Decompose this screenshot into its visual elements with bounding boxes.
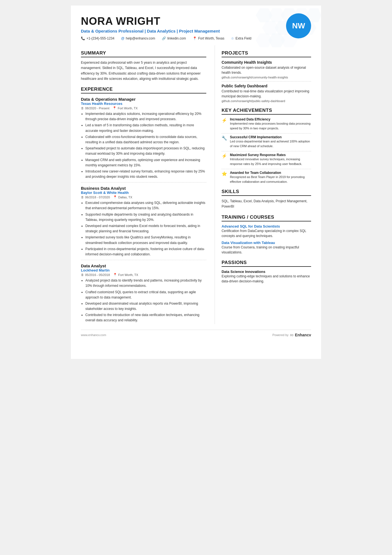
achievement-4-content: Awarded for Team Collaboration Recognize…	[230, 171, 311, 184]
achievement-1-title: Increased Data Efficiency	[230, 117, 311, 121]
main-layout: SUMMARY Experienced data professional wi…	[81, 45, 311, 324]
training-section: TRAINING / COURSES Advanced SQL for Data…	[222, 214, 311, 255]
passions-section: PASSIONS Data Science Innovations Explor…	[222, 260, 311, 284]
exp-divider-2	[81, 260, 206, 260]
achievement-4-desc: Recognized as Best Team Player in 2019 f…	[230, 175, 311, 184]
avatar-initials: NW	[292, 21, 305, 30]
job-3-date: 🗓 05/2016 - 05/2018	[81, 273, 110, 277]
job-2-meta: 🗓 06/2018 - 07/2020 📍 Dallas, TX	[81, 195, 206, 199]
achievement-1-content: Increased Data Efficiency Implemented ne…	[230, 117, 311, 130]
project-2-title: Public Safety Dashboard	[222, 84, 311, 88]
achievement-3-content: Maximized Survey Response Rates Introduc…	[230, 153, 311, 166]
footer-website: www.enhancv.com	[81, 333, 106, 337]
job-3-company: Lockheed Martin	[81, 268, 206, 272]
job-3-bullets: Analyzed project data to identify trends…	[81, 278, 206, 323]
job-2-date: 🗓 06/2018 - 07/2020	[81, 196, 110, 199]
project-2-desc: Contributed to real-time data visualizat…	[222, 89, 311, 99]
project-divider-1	[222, 81, 311, 82]
achievement-2-icon: 🔧	[222, 135, 227, 141]
projects-section-title: PROJECTS	[222, 50, 311, 57]
bullet-item: Executed comprehensive data analyses usi…	[85, 200, 206, 211]
linkedin-contact: 🔗 linkedin.com	[162, 36, 186, 40]
job-2-location: 📍 Dallas, TX	[113, 195, 132, 199]
achievement-4: ⭐ Awarded for Team Collaboration Recogni…	[222, 171, 311, 184]
achievement-2-desc: Led cross-departmental team and achieved…	[230, 139, 311, 148]
job-2-bullets: Executed comprehensive data analyses usi…	[81, 200, 206, 257]
bullet-item: Participated in cross-departmental proje…	[85, 246, 206, 257]
job-1: Data & Operations Manager Texas Health R…	[81, 97, 206, 179]
calendar-icon-3: 🗓	[81, 273, 84, 277]
footer-powered-by: Powered by ∞ Enhancv	[272, 332, 311, 338]
summary-text: Experienced data professional with over …	[81, 60, 206, 82]
experience-section: EXPERIENCE Data & Operations Manager Tex…	[81, 87, 206, 323]
bullet-item: Collaborated with cross-functional depar…	[85, 134, 206, 145]
linkedin-value: linkedin.com	[167, 36, 186, 40]
training-2-title: Data Visualization with Tableau	[222, 241, 311, 245]
job-3-location: 📍 Fort Worth, TX	[113, 273, 138, 277]
contact-info: 📞 +1-(234)-555-1234 @ help@enhancv.com 🔗…	[81, 36, 311, 40]
summary-section-title: SUMMARY	[81, 50, 206, 57]
job-2-company: Baylor Scott & White Health	[81, 191, 206, 195]
job-1-location: 📍 Fort Worth, TX	[113, 106, 138, 110]
summary-section: SUMMARY Experienced data professional wi…	[81, 50, 206, 82]
achievement-3-desc: Introduced innovative survey techniques,…	[230, 157, 311, 166]
left-column: SUMMARY Experienced data professional wi…	[81, 45, 206, 324]
bullet-item: Developed and disseminated visual analyt…	[85, 301, 206, 312]
extra-field-contact: ☆ Extra Field	[231, 36, 251, 40]
job-2-title: Business Data Analyst	[81, 186, 206, 191]
achievement-divider-3	[222, 169, 311, 169]
candidate-title: Data & Operations Professional | Data An…	[81, 28, 311, 34]
project-1-title: Community Health Insights	[222, 60, 311, 65]
footer-logo: Enhancv	[295, 333, 311, 337]
location-contact: 📍 Fort Worth, Texas	[193, 36, 224, 40]
achievement-4-title: Awarded for Team Collaboration	[230, 171, 311, 175]
powered-by-text: Powered by	[272, 333, 289, 337]
achievements-section: KEY ACHIEVEMENTS ⚡ Increased Data Effici…	[222, 108, 311, 184]
achievement-1-desc: Implemented new data processes boosting …	[230, 121, 311, 130]
bullet-item: Developed and maintained complex Excel m…	[85, 223, 206, 234]
bullet-item: Implemented data analytics solutions, in…	[85, 111, 206, 122]
bullet-item: Crafted customized SQL queries to extrac…	[85, 290, 206, 300]
achievement-3-icon: ⚡	[222, 153, 227, 159]
training-section-title: TRAINING / COURSES	[222, 214, 311, 221]
training-1: Advanced SQL for Data Scientists Certifi…	[222, 224, 311, 238]
achievement-3: ⚡ Maximized Survey Response Rates Introd…	[222, 153, 311, 166]
pin-icon-2: 📍	[113, 195, 117, 199]
achievement-2-content: Successful CRM Implementation Led cross-…	[230, 135, 311, 148]
resume-header: NORA WRIGHT Data & Operations Profession…	[81, 16, 311, 40]
achievement-2-title: Successful CRM Implementation	[230, 135, 311, 139]
exp-divider-1	[81, 182, 206, 182]
footer: www.enhancv.com Powered by ∞ Enhancv	[81, 330, 311, 338]
pin-icon-1: 📍	[113, 106, 116, 110]
training-1-title: Advanced SQL for Data Scientists	[222, 224, 311, 228]
bullet-item: Managed CRM and web platforms, optimizin…	[85, 157, 206, 168]
project-1-link: github.com/norawright/community-health-i…	[222, 76, 311, 79]
passion-1-title: Data Science Innovations	[222, 270, 311, 274]
location-icon: 📍	[193, 36, 197, 40]
achievement-4-icon: ⭐	[222, 171, 227, 176]
project-1: Community Health Insights Collaborated o…	[222, 60, 311, 79]
calendar-icon-1: 🗓	[81, 107, 84, 110]
resume-container: NW NORA WRIGHT Data & Operations Profess…	[71, 6, 321, 359]
job-1-meta: 🗓 08/2020 - Present 📍 Fort Worth, TX	[81, 106, 206, 110]
skills-text: SQL, Tableau, Excel, Data Analysis, Proj…	[222, 199, 311, 209]
job-1-company: Texas Health Resources	[81, 102, 206, 106]
avatar: NW	[286, 13, 311, 38]
bullet-item: Implemented survey tools like Qualtrics …	[85, 235, 206, 245]
job-3-title: Data Analyst	[81, 263, 206, 268]
pin-icon-3: 📍	[113, 273, 117, 277]
email-icon: @	[121, 36, 124, 40]
phone-contact: 📞 +1-(234)-555-1234	[81, 36, 114, 40]
right-column: PROJECTS Community Health Insights Colla…	[215, 45, 311, 324]
passions-section-title: PASSIONS	[222, 260, 311, 267]
training-1-desc: Certification from DataCamp specializing…	[222, 228, 311, 238]
achievement-1: ⚡ Increased Data Efficiency Implemented …	[222, 117, 311, 130]
achievement-3-title: Maximized Survey Response Rates	[230, 153, 311, 157]
bullet-item: Led a team of 5 in transforming data col…	[85, 123, 206, 133]
bullet-item: Contributed to the introduction of new d…	[85, 312, 206, 323]
job-1-date: 🗓 08/2020 - Present	[81, 107, 109, 110]
passion-1: Data Science Innovations Exploring cutti…	[222, 270, 311, 284]
calendar-icon-2: 🗓	[81, 196, 84, 199]
skills-section: SKILLS SQL, Tableau, Excel, Data Analysi…	[222, 189, 311, 209]
achievements-section-title: KEY ACHIEVEMENTS	[222, 108, 311, 115]
